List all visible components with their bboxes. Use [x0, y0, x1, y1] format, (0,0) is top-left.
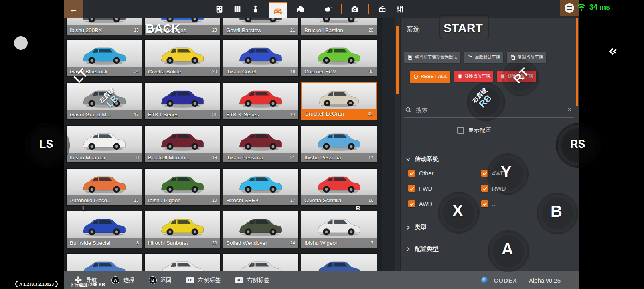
- vehicle-tile[interactable]: Cherrier FCV35: [301, 39, 377, 77]
- parts-card-icon[interactable]: [215, 4, 224, 14]
- a-touch-button[interactable]: A: [502, 240, 513, 258]
- vehicle-tile-selected[interactable]: Bruckell LeGran32: [301, 82, 377, 120]
- character-icon[interactable]: [251, 4, 260, 14]
- b-touch-button[interactable]: B: [551, 202, 562, 220]
- vehicle-tile[interactable]: [66, 253, 142, 271]
- clear-search-icon[interactable]: ×: [567, 106, 572, 114]
- option-label: ...: [492, 201, 497, 207]
- vehicle-label-bar: Hirochi SBR417: [223, 195, 298, 205]
- vehicle-config-count: 14: [290, 112, 295, 117]
- panel-action-button[interactable]: 将当前车辆设置为默认: [404, 52, 460, 63]
- vehicle-label-bar: Ibishu Miramar8: [67, 153, 142, 162]
- option-label: AWD: [419, 201, 432, 207]
- toolbar-tabs: [215, 0, 405, 18]
- show-configs-checkbox[interactable]: 显示配置: [457, 126, 491, 134]
- vehicle-tile[interactable]: ETK I-Series31: [144, 82, 221, 120]
- vehicle-config-count: 21: [290, 28, 295, 33]
- checkbox-unchecked[interactable]: [457, 127, 464, 134]
- vehicle-config-count: 16: [290, 69, 295, 74]
- map-icon[interactable]: [233, 4, 242, 14]
- vehicle-tile[interactable]: Civetta Scintilla16: [301, 168, 377, 206]
- vehicle-label-bar: Gavril Grand M...17: [67, 110, 142, 119]
- button-label: 移除当前车辆: [465, 73, 490, 79]
- vehicle-tile[interactable]: Civetta Bolide20: [144, 39, 221, 77]
- screen: Ibishu 200BX13ETK 800-Series23Gavril Bar…: [0, 0, 644, 289]
- x-touch-button[interactable]: X: [452, 201, 463, 220]
- checkbox-checked[interactable]: [481, 185, 488, 192]
- vehicle-name: Bruckell LeGran: [305, 111, 344, 117]
- start-touch-button[interactable]: START: [444, 21, 483, 35]
- vehicle-config-count: 8: [136, 240, 139, 245]
- hint-label: 返回: [160, 277, 172, 284]
- tuning-icon[interactable]: [395, 4, 405, 14]
- vehicle-thumbnail: [71, 18, 137, 26]
- vehicle-label-bar: Ibishu Covet16: [223, 67, 298, 76]
- collapse-panel-icon[interactable]: [608, 47, 618, 56]
- vehicle-thumbnail: [150, 85, 215, 110]
- vehicle-tile[interactable]: Ibishu Pessima21: [223, 125, 299, 163]
- ls-touch-button[interactable]: LS: [39, 138, 53, 151]
- vehicle-label-bar: Civetta Scintilla16: [301, 195, 377, 205]
- vehicle-tile[interactable]: Ibishu Wigeon7: [301, 211, 377, 248]
- panel-action-button[interactable]: 加载默认车辆: [464, 52, 503, 63]
- codex-logo-icon: [481, 277, 488, 284]
- vehicle-tile[interactable]: Ibishu Miramar8: [66, 125, 142, 163]
- checkbox-checked[interactable]: [408, 200, 415, 207]
- vehicles-icon-selected[interactable]: [269, 2, 287, 18]
- vehicle-tile[interactable]: Hirochi SBR417: [223, 168, 299, 206]
- vehicle-tile[interactable]: [223, 253, 299, 271]
- grid-scrollbar-thumb[interactable]: [396, 26, 399, 94]
- back-arrow-icon: ←: [69, 4, 78, 14]
- vehicle-thumbnail: [228, 18, 294, 26]
- vehicle-tile[interactable]: Gavril Barstow21: [223, 18, 299, 35]
- vehicle-name: Civetta Scintilla: [304, 197, 341, 204]
- camera-icon[interactable]: [350, 4, 360, 14]
- vehicle-thumbnail: [306, 18, 372, 26]
- l-marker: L: [82, 205, 86, 212]
- overlay-dot[interactable]: [14, 36, 28, 50]
- vehicle-tile[interactable]: Soliad Wendover24: [223, 211, 299, 248]
- checkbox-checked[interactable]: [481, 200, 488, 207]
- y-touch-button[interactable]: Y: [501, 163, 512, 181]
- vehicle-config-count: 7: [371, 240, 373, 245]
- vehicle-tile[interactable]: Bruckell Bastion20: [301, 18, 377, 35]
- vehicle-name: Bruckell Moonh...: [148, 155, 190, 161]
- hint-b: B返回: [149, 276, 172, 284]
- section-config-type[interactable]: 配置类型: [406, 245, 439, 253]
- back-button[interactable]: ←: [64, 0, 83, 18]
- vehicle-tile[interactable]: ETK K-Series14: [223, 82, 299, 120]
- panel-action-button[interactable]: 移除当前车辆: [454, 71, 493, 82]
- panel-scrollbar-thumb[interactable]: [576, 18, 578, 106]
- reset-all-button[interactable]: RESET ALL: [410, 71, 450, 83]
- engine-icon[interactable]: [296, 4, 305, 14]
- section-type[interactable]: 类型: [406, 224, 427, 231]
- vehicle-config-count: 24: [290, 240, 295, 245]
- vehicle-tile[interactable]: [301, 253, 377, 271]
- vehicle-tile[interactable]: Bruckell Moonh...19: [144, 125, 221, 163]
- drivetrain-option-fwd[interactable]: FWD: [408, 185, 481, 192]
- vehicle-tile[interactable]: Ibishu Pigeon10: [144, 168, 221, 206]
- vehicle-tile[interactable]: Autobello Picco...13: [66, 168, 142, 206]
- rs-touch-button[interactable]: RS: [570, 138, 585, 151]
- vehicle-tile[interactable]: Burnside Special8: [66, 211, 142, 248]
- reset-icon: [413, 74, 419, 79]
- vehicle-config-count: 21: [290, 155, 295, 160]
- environment-icon[interactable]: [323, 4, 332, 14]
- back-touch-button[interactable]: BACK: [146, 22, 180, 35]
- vehicle-config-count: 20: [212, 69, 217, 74]
- radio-icon[interactable]: [377, 4, 387, 14]
- drivetrain-option-other[interactable]: Other: [408, 170, 481, 177]
- vehicle-tile[interactable]: Hirochi Sunburst20: [144, 211, 221, 248]
- vehicle-name: Gavril Grand M...: [70, 112, 111, 118]
- vehicle-thumbnail: [71, 171, 137, 196]
- checkbox-checked[interactable]: [408, 170, 415, 177]
- vehicle-thumbnail: [306, 256, 372, 271]
- vehicle-name: Ibishu Pigeon: [148, 197, 181, 204]
- checkbox-checked[interactable]: [408, 185, 415, 192]
- vehicle-tile[interactable]: Ibishu 200BX13: [66, 18, 142, 35]
- vehicle-tile[interactable]: [144, 253, 221, 271]
- vehicle-tile[interactable]: Ibishu Covet16: [223, 39, 299, 77]
- vehicle-tile[interactable]: Ibishu Pessima14: [301, 125, 377, 163]
- section-drivetrain[interactable]: 传动系统: [406, 155, 439, 163]
- button-label: 将当前车辆设置为默认: [415, 55, 457, 60]
